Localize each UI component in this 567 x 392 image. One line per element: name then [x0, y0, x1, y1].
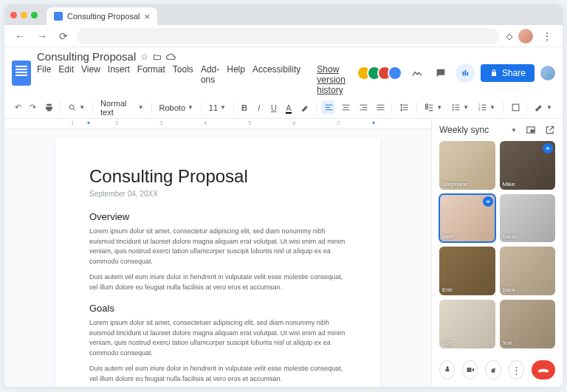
participant-tile[interactable]: Yoli	[500, 300, 556, 348]
menu-format[interactable]: Format	[137, 64, 165, 95]
move-icon[interactable]	[153, 52, 162, 61]
account-avatar[interactable]	[540, 66, 555, 80]
activity-icon[interactable]	[408, 64, 426, 82]
star-icon[interactable]: ☆	[140, 52, 148, 62]
doc-paragraph[interactable]: Lorem ipsum dolor sit amet, consectetuer…	[89, 318, 346, 358]
collaborator-avatars[interactable]	[357, 66, 402, 80]
mute-button[interactable]	[439, 360, 455, 379]
collaborator-avatar[interactable]	[388, 66, 402, 80]
font-size-select[interactable]: 11▼	[206, 102, 229, 114]
doc-heading-goals[interactable]: Goals	[89, 303, 346, 314]
editing-mode-button[interactable]: ▼	[532, 101, 555, 114]
url-input[interactable]	[77, 28, 499, 44]
participant-tile[interactable]: Sara	[500, 247, 556, 295]
document-page[interactable]: Consulting Proposal September 04, 20XX O…	[55, 138, 380, 387]
speaking-indicator-icon	[483, 196, 493, 207]
menu-view[interactable]: View	[81, 64, 100, 95]
style-select[interactable]: Normal text▼	[97, 97, 147, 118]
align-right-button[interactable]	[356, 100, 370, 114]
highlight-button[interactable]	[298, 100, 312, 114]
participant-tile[interactable]: Joe	[439, 300, 495, 348]
line-spacing-button[interactable]	[396, 101, 412, 114]
menu-file[interactable]: File	[37, 64, 51, 95]
participant-name: Sara	[503, 286, 515, 293]
forward-button[interactable]: →	[34, 29, 50, 44]
browser-menu-icon[interactable]: ⋮	[539, 30, 555, 42]
ruler[interactable]: 1 2 3 4 5 6 7 ▾ ▾	[4, 119, 431, 129]
browser-address-bar: ← → ⟳ ⋮	[4, 25, 563, 47]
participant-tile[interactable]: Mike	[500, 141, 556, 190]
align-left-button[interactable]	[321, 100, 335, 114]
indent-marker-icon[interactable]: ▾	[87, 120, 90, 126]
doc-paragraph[interactable]: Duis autem vel eum iriure dolor in hendr…	[89, 364, 346, 384]
meet-toggle-button[interactable]	[456, 63, 475, 83]
align-justify-button[interactable]	[373, 100, 387, 114]
tab-title-text: Consulting Proposal	[67, 12, 140, 21]
cloud-status-icon[interactable]	[166, 52, 176, 61]
reload-button[interactable]: ⟳	[56, 29, 71, 44]
chevron-down-icon[interactable]: ▼	[511, 127, 517, 134]
share-button[interactable]: Share	[481, 64, 535, 82]
participant-tile[interactable]: Sarah	[500, 194, 556, 243]
menu-accessibility[interactable]: Accessibility	[252, 64, 300, 95]
text-color-button[interactable]: A	[283, 101, 295, 114]
svg-rect-12	[512, 104, 519, 111]
profile-avatar[interactable]	[518, 29, 533, 44]
print-button[interactable]	[41, 100, 55, 114]
doc-heading-overview[interactable]: Overview	[89, 211, 346, 222]
window-close-btn[interactable]	[10, 12, 17, 18]
bold-button[interactable]: B	[238, 101, 250, 114]
participant-name: Eric	[442, 286, 453, 293]
doc-date[interactable]: September 04, 20XX	[89, 190, 346, 198]
more-options-button[interactable]: ⋮	[509, 360, 524, 379]
menu-edit[interactable]: Edit	[58, 64, 74, 95]
svg-rect-20	[489, 201, 489, 202]
underline-button[interactable]: U	[268, 101, 280, 114]
checklist-button[interactable]: ▼	[422, 101, 445, 114]
back-button[interactable]: ←	[12, 29, 28, 44]
redo-button[interactable]: ↷	[27, 100, 38, 114]
doc-heading-title[interactable]: Consulting Proposal	[89, 166, 346, 187]
close-tab-icon[interactable]: ×	[144, 11, 150, 22]
hangup-button[interactable]	[532, 360, 555, 379]
document-title[interactable]: Consulting Proposal	[37, 50, 136, 63]
align-center-button[interactable]	[338, 100, 352, 114]
window-minimize-btn[interactable]	[21, 12, 27, 18]
camera-button[interactable]	[462, 360, 478, 379]
window-controls	[10, 12, 38, 18]
document-canvas[interactable]: 1 2 3 4 5 6 7 ▾ ▾ Consulting Proposal Se…	[4, 119, 431, 387]
menu-tools[interactable]: Tools	[173, 64, 193, 95]
menu-help[interactable]: Help	[227, 64, 245, 95]
clear-format-button[interactable]	[508, 100, 522, 114]
comments-icon[interactable]	[432, 64, 450, 82]
browser-tab[interactable]: Consulting Proposal ×	[47, 7, 157, 25]
extensions-icon[interactable]	[505, 32, 512, 40]
font-select[interactable]: Roboto▼	[157, 102, 196, 114]
svg-rect-0	[462, 71, 464, 75]
docs-logo-icon[interactable]	[12, 61, 31, 86]
svg-rect-14	[531, 130, 534, 132]
participant-tile[interactable]: Stephane	[439, 141, 495, 190]
raise-hand-button[interactable]	[485, 360, 501, 379]
zoom-select[interactable]: ▼	[65, 102, 88, 114]
bullet-list-button[interactable]: ▼	[448, 101, 472, 114]
menu-insert[interactable]: Insert	[108, 64, 130, 95]
menu-addons[interactable]: Add-ons	[201, 64, 219, 95]
svg-point-8	[453, 109, 454, 111]
picture-in-picture-icon[interactable]	[526, 125, 536, 135]
undo-button[interactable]: ↶	[12, 100, 24, 114]
meet-side-panel: Weekly sync ▼ StephaneMikeBethSarahEricS…	[431, 119, 563, 387]
numbered-list-button[interactable]: 123▼	[475, 101, 498, 114]
participant-tile[interactable]: Beth	[439, 194, 495, 243]
doc-paragraph[interactable]: Lorem ipsum dolor sit amet, consectetur …	[89, 227, 346, 267]
indent-marker-icon[interactable]: ▾	[372, 120, 375, 126]
window-maximize-btn[interactable]	[31, 12, 38, 18]
italic-button[interactable]: I	[253, 101, 265, 114]
svg-rect-16	[548, 147, 549, 151]
participant-tile[interactable]: Eric	[439, 247, 495, 295]
popout-icon[interactable]	[545, 125, 555, 135]
doc-paragraph[interactable]: Duis autem vel eum iriure dolor in hendr…	[89, 272, 346, 292]
version-history-link[interactable]: Show version history	[317, 64, 351, 95]
meet-title[interactable]: Weekly sync	[439, 125, 506, 135]
svg-point-6	[453, 104, 454, 106]
